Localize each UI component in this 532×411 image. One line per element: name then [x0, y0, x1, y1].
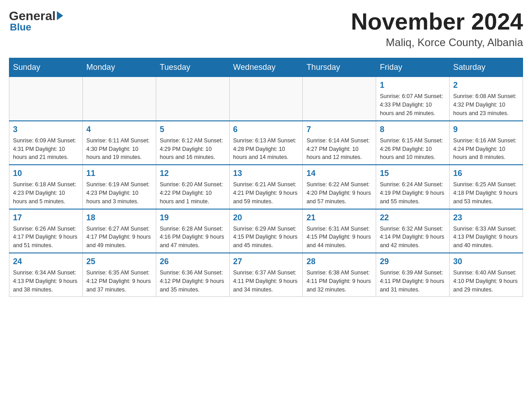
- page-header: General Blue November 2024 Maliq, Korce …: [9, 9, 523, 49]
- calendar-cell: 9Sunrise: 6:16 AM Sunset: 4:24 PM Daylig…: [450, 121, 523, 165]
- day-number: 26: [160, 256, 226, 267]
- day-info: Sunrise: 6:14 AM Sunset: 4:27 PM Dayligh…: [306, 137, 372, 162]
- day-number: 3: [13, 124, 79, 135]
- day-info: Sunrise: 6:15 AM Sunset: 4:26 PM Dayligh…: [380, 137, 446, 162]
- day-number: 15: [380, 168, 446, 179]
- calendar-cell: 24Sunrise: 6:34 AM Sunset: 4:13 PM Dayli…: [9, 253, 83, 297]
- calendar-week-row: 10Sunrise: 6:18 AM Sunset: 4:23 PM Dayli…: [9, 165, 523, 209]
- calendar-cell: 19Sunrise: 6:28 AM Sunset: 4:16 PM Dayli…: [156, 209, 229, 253]
- calendar-cell: 2Sunrise: 6:08 AM Sunset: 4:32 PM Daylig…: [450, 77, 523, 121]
- calendar-cell: 12Sunrise: 6:20 AM Sunset: 4:22 PM Dayli…: [156, 165, 229, 209]
- day-number: 2: [453, 80, 519, 91]
- day-info: Sunrise: 6:25 AM Sunset: 4:18 PM Dayligh…: [453, 180, 519, 206]
- calendar-cell: 4Sunrise: 6:11 AM Sunset: 4:30 PM Daylig…: [82, 121, 156, 165]
- day-info: Sunrise: 6:29 AM Sunset: 4:15 PM Dayligh…: [233, 225, 299, 250]
- day-number: 9: [453, 124, 519, 135]
- calendar-cell: 27Sunrise: 6:37 AM Sunset: 4:11 PM Dayli…: [229, 253, 303, 297]
- day-info: Sunrise: 6:40 AM Sunset: 4:10 PM Dayligh…: [453, 269, 519, 294]
- calendar-cell: [82, 77, 156, 121]
- calendar-cell: 22Sunrise: 6:32 AM Sunset: 4:14 PM Dayli…: [376, 209, 450, 253]
- logo: General Blue: [9, 9, 63, 33]
- day-info: Sunrise: 6:09 AM Sunset: 4:31 PM Dayligh…: [13, 137, 79, 162]
- day-number: 16: [453, 168, 519, 179]
- day-info: Sunrise: 6:37 AM Sunset: 4:11 PM Dayligh…: [233, 269, 299, 294]
- calendar-cell: 8Sunrise: 6:15 AM Sunset: 4:26 PM Daylig…: [376, 121, 450, 165]
- calendar-week-row: 24Sunrise: 6:34 AM Sunset: 4:13 PM Dayli…: [9, 253, 523, 297]
- calendar-cell: 1Sunrise: 6:07 AM Sunset: 4:33 PM Daylig…: [376, 77, 450, 121]
- calendar-cell: 10Sunrise: 6:18 AM Sunset: 4:23 PM Dayli…: [9, 165, 83, 209]
- calendar-cell: 30Sunrise: 6:40 AM Sunset: 4:10 PM Dayli…: [450, 253, 523, 297]
- day-info: Sunrise: 6:26 AM Sunset: 4:17 PM Dayligh…: [13, 225, 79, 250]
- calendar-cell: 28Sunrise: 6:38 AM Sunset: 4:11 PM Dayli…: [303, 253, 376, 297]
- calendar-week-row: 17Sunrise: 6:26 AM Sunset: 4:17 PM Dayli…: [9, 209, 523, 253]
- calendar-cell: [156, 77, 229, 121]
- day-info: Sunrise: 6:34 AM Sunset: 4:13 PM Dayligh…: [13, 269, 79, 294]
- day-number: 17: [13, 212, 79, 223]
- day-number: 8: [380, 124, 446, 135]
- calendar-cell: 21Sunrise: 6:31 AM Sunset: 4:15 PM Dayli…: [303, 209, 376, 253]
- calendar-cell: [303, 77, 376, 121]
- day-number: 5: [160, 124, 226, 135]
- day-number: 19: [160, 212, 226, 223]
- day-info: Sunrise: 6:36 AM Sunset: 4:12 PM Dayligh…: [160, 269, 226, 294]
- day-info: Sunrise: 6:27 AM Sunset: 4:17 PM Dayligh…: [86, 225, 152, 250]
- day-info: Sunrise: 6:35 AM Sunset: 4:12 PM Dayligh…: [86, 269, 152, 294]
- day-info: Sunrise: 6:32 AM Sunset: 4:14 PM Dayligh…: [380, 225, 446, 250]
- calendar-cell: 23Sunrise: 6:33 AM Sunset: 4:13 PM Dayli…: [450, 209, 523, 253]
- day-info: Sunrise: 6:33 AM Sunset: 4:13 PM Dayligh…: [453, 225, 519, 250]
- day-of-week-header: Wednesday: [229, 58, 303, 77]
- main-title: November 2024: [351, 9, 523, 34]
- calendar-cell: 16Sunrise: 6:25 AM Sunset: 4:18 PM Dayli…: [450, 165, 523, 209]
- calendar-cell: 26Sunrise: 6:36 AM Sunset: 4:12 PM Dayli…: [156, 253, 229, 297]
- day-info: Sunrise: 6:38 AM Sunset: 4:11 PM Dayligh…: [306, 269, 372, 294]
- day-info: Sunrise: 6:31 AM Sunset: 4:15 PM Dayligh…: [306, 225, 372, 250]
- day-info: Sunrise: 6:07 AM Sunset: 4:33 PM Dayligh…: [380, 92, 446, 117]
- day-number: 25: [86, 256, 152, 267]
- day-info: Sunrise: 6:28 AM Sunset: 4:16 PM Dayligh…: [160, 225, 226, 250]
- day-of-week-header: Sunday: [9, 58, 83, 77]
- day-number: 10: [13, 168, 79, 179]
- day-number: 14: [306, 168, 372, 179]
- calendar-cell: 6Sunrise: 6:13 AM Sunset: 4:28 PM Daylig…: [229, 121, 303, 165]
- day-info: Sunrise: 6:16 AM Sunset: 4:24 PM Dayligh…: [453, 137, 519, 162]
- calendar-cell: [229, 77, 303, 121]
- day-number: 28: [306, 256, 372, 267]
- day-number: 4: [86, 124, 152, 135]
- day-of-week-header: Monday: [82, 58, 156, 77]
- calendar-cell: 3Sunrise: 6:09 AM Sunset: 4:31 PM Daylig…: [9, 121, 83, 165]
- subtitle: Maliq, Korce County, Albania: [351, 36, 523, 49]
- calendar-week-row: 3Sunrise: 6:09 AM Sunset: 4:31 PM Daylig…: [9, 121, 523, 165]
- day-number: 6: [233, 124, 299, 135]
- day-number: 18: [86, 212, 152, 223]
- day-number: 22: [380, 212, 446, 223]
- day-number: 11: [86, 168, 152, 179]
- calendar-cell: 13Sunrise: 6:21 AM Sunset: 4:21 PM Dayli…: [229, 165, 303, 209]
- day-info: Sunrise: 6:13 AM Sunset: 4:28 PM Dayligh…: [233, 137, 299, 162]
- day-info: Sunrise: 6:24 AM Sunset: 4:19 PM Dayligh…: [380, 180, 446, 206]
- calendar-cell: 7Sunrise: 6:14 AM Sunset: 4:27 PM Daylig…: [303, 121, 376, 165]
- day-number: 1: [380, 80, 446, 91]
- day-number: 20: [233, 212, 299, 223]
- calendar-header-row: SundayMondayTuesdayWednesdayThursdayFrid…: [9, 58, 523, 77]
- day-number: 30: [453, 256, 519, 267]
- calendar-cell: [9, 77, 83, 121]
- calendar-cell: 17Sunrise: 6:26 AM Sunset: 4:17 PM Dayli…: [9, 209, 83, 253]
- day-number: 23: [453, 212, 519, 223]
- day-info: Sunrise: 6:18 AM Sunset: 4:23 PM Dayligh…: [13, 180, 79, 206]
- day-info: Sunrise: 6:39 AM Sunset: 4:11 PM Dayligh…: [380, 269, 446, 294]
- title-block: November 2024 Maliq, Korce County, Alban…: [351, 9, 523, 49]
- day-info: Sunrise: 6:19 AM Sunset: 4:23 PM Dayligh…: [86, 180, 152, 206]
- day-of-week-header: Tuesday: [156, 58, 229, 77]
- day-number: 12: [160, 168, 226, 179]
- calendar-cell: 18Sunrise: 6:27 AM Sunset: 4:17 PM Dayli…: [82, 209, 156, 253]
- day-of-week-header: Friday: [376, 58, 450, 77]
- day-number: 24: [13, 256, 79, 267]
- calendar-cell: 15Sunrise: 6:24 AM Sunset: 4:19 PM Dayli…: [376, 165, 450, 209]
- day-number: 13: [233, 168, 299, 179]
- day-info: Sunrise: 6:22 AM Sunset: 4:20 PM Dayligh…: [306, 180, 372, 206]
- calendar-week-row: 1Sunrise: 6:07 AM Sunset: 4:33 PM Daylig…: [9, 77, 523, 121]
- calendar-cell: 11Sunrise: 6:19 AM Sunset: 4:23 PM Dayli…: [82, 165, 156, 209]
- calendar-cell: 14Sunrise: 6:22 AM Sunset: 4:20 PM Dayli…: [303, 165, 376, 209]
- calendar-cell: 5Sunrise: 6:12 AM Sunset: 4:29 PM Daylig…: [156, 121, 229, 165]
- day-info: Sunrise: 6:12 AM Sunset: 4:29 PM Dayligh…: [160, 137, 226, 162]
